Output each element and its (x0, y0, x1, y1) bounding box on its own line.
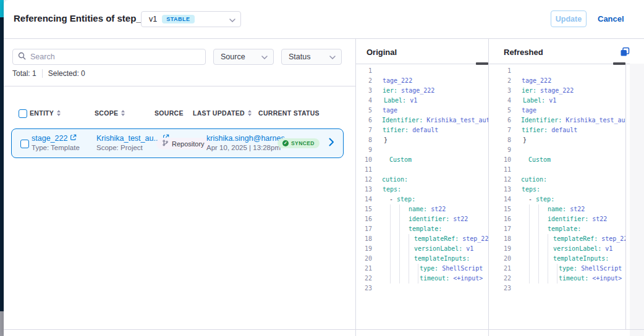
column-header-last-updated[interactable]: LAST UPDATED (193, 109, 252, 117)
code-line-content: tifier: default (381, 125, 488, 135)
indent-guide (399, 244, 400, 254)
line-number: 7 (495, 125, 511, 135)
panel-divider-middle (488, 38, 489, 336)
line-number: 5 (356, 106, 372, 116)
column-header-source: SOURCE (155, 109, 184, 117)
indent-guide (390, 264, 391, 274)
code-line-content: identifier: st22 (520, 214, 625, 224)
code-line: 15name: st22 (356, 204, 488, 214)
column-header-scope[interactable]: SCOPE (95, 109, 125, 117)
code-line-content: tifier: default (520, 125, 625, 135)
column-label: LAST UPDATED (193, 109, 245, 117)
line-number: 2 (495, 76, 511, 86)
refreshed-panel-title: Refreshed (504, 48, 543, 57)
line-number: 17 (356, 224, 372, 234)
version-select[interactable]: v1 STABLE (141, 11, 241, 27)
indent-guide (409, 234, 409, 244)
code-line: 11 (495, 165, 625, 175)
line-number: 15 (356, 204, 372, 214)
selected-count: Selected: 0 (48, 69, 85, 78)
column-header-current-status: CURRENT STATUS (258, 109, 320, 117)
status-badge: ✓ SYNCED (278, 138, 320, 148)
divider (42, 69, 43, 78)
line-number: 16 (495, 214, 511, 224)
line-number: 15 (495, 204, 511, 214)
line-number: 5 (495, 106, 511, 116)
table-row[interactable]: stage_222 Type: Template Krishika_test_a… (11, 128, 344, 158)
chevron-down-icon (261, 52, 268, 61)
code-line: 1 (495, 66, 625, 76)
source-filter-dropdown[interactable]: Source (213, 49, 274, 65)
indent-guide (538, 214, 539, 224)
editor-gutter (630, 64, 644, 336)
indent-guide (399, 264, 400, 274)
column-label: CURRENT STATUS (258, 109, 320, 117)
indent-guide (390, 274, 391, 284)
line-number: 16 (356, 214, 372, 224)
line-number: 6 (356, 116, 372, 125)
code-line: 2tage_222 (356, 76, 488, 86)
chevron-down-icon (229, 14, 235, 25)
column-label: SOURCE (155, 109, 184, 117)
code-line-content (381, 66, 488, 76)
row-checkbox[interactable] (20, 140, 29, 148)
line-number: 14 (356, 195, 372, 204)
cancel-button[interactable]: Cancel (598, 14, 624, 23)
code-line: 12cution: (356, 175, 488, 185)
line-number: 18 (356, 234, 372, 244)
indent-guide (548, 234, 548, 244)
search-input[interactable] (30, 52, 200, 61)
original-code[interactable]: 12tage_2223ier: stage_2224Label: v15tage… (356, 64, 488, 330)
column-header-entity[interactable]: ENTITY (30, 109, 61, 117)
sort-icon[interactable] (248, 110, 252, 116)
indent-guide (529, 234, 530, 244)
external-link-icon[interactable] (70, 134, 77, 143)
line-number: 14 (495, 195, 511, 204)
line-number: 6 (495, 116, 511, 125)
column-label: SCOPE (95, 109, 118, 117)
status-filter-dropdown[interactable]: Status (281, 49, 342, 65)
indent-guide (390, 254, 391, 264)
selection-summary: Total: 1 Selected: 0 (12, 69, 85, 78)
code-line-content (520, 145, 625, 155)
code-line: 20templateInputs: (495, 254, 625, 264)
check-circle-icon: ✓ (282, 140, 289, 146)
code-line-content: cution: (381, 175, 488, 185)
indent-guide (399, 254, 400, 264)
code-line: 4Label: v1 (356, 96, 488, 106)
sort-icon[interactable] (57, 110, 61, 116)
indent-guide (538, 204, 539, 214)
entity-link[interactable]: stage_222 (32, 134, 67, 143)
update-button[interactable]: Update (551, 10, 587, 27)
referencing-entities-modal: Referencing Entities of step_222 v1 STAB… (4, 0, 644, 336)
code-line: 23 (495, 284, 625, 293)
code-line: 5tage (495, 106, 625, 116)
refreshed-code[interactable]: 12tage_2223ier: stage_2224Label: v15tage… (495, 64, 625, 330)
line-number: 17 (495, 224, 511, 234)
code-line: 17template: (495, 224, 625, 234)
code-line: 18templateRef: step_222 (495, 234, 625, 244)
status-filter-label: Status (289, 52, 310, 61)
line-number: 19 (495, 244, 511, 254)
line-number: 3 (356, 86, 372, 96)
code-line: 6Identifier: Krishika_test_aut (495, 116, 625, 125)
page-title: Referencing Entities of step_222 (14, 13, 157, 23)
sort-icon[interactable] (121, 110, 125, 116)
search-box (12, 49, 206, 65)
line-number: 13 (495, 185, 511, 195)
row-expand-chevron[interactable] (329, 138, 334, 149)
code-line-content: tage_222 (520, 76, 625, 86)
code-line: 9 (356, 145, 488, 155)
indent-guide (399, 274, 400, 284)
scope-link[interactable]: Krishika_test_au... (96, 134, 160, 143)
line-number: 21 (495, 264, 511, 274)
copy-icon[interactable] (620, 47, 630, 57)
line-number: 12 (495, 175, 511, 185)
line-number: 20 (495, 254, 511, 264)
code-line: 23 (356, 284, 488, 293)
git-repository-icon (162, 140, 169, 148)
code-line: 20templateInputs: (356, 254, 488, 264)
stable-badge: STABLE (162, 15, 194, 23)
code-line: 5tage (356, 106, 488, 116)
line-number: 2 (356, 76, 372, 86)
